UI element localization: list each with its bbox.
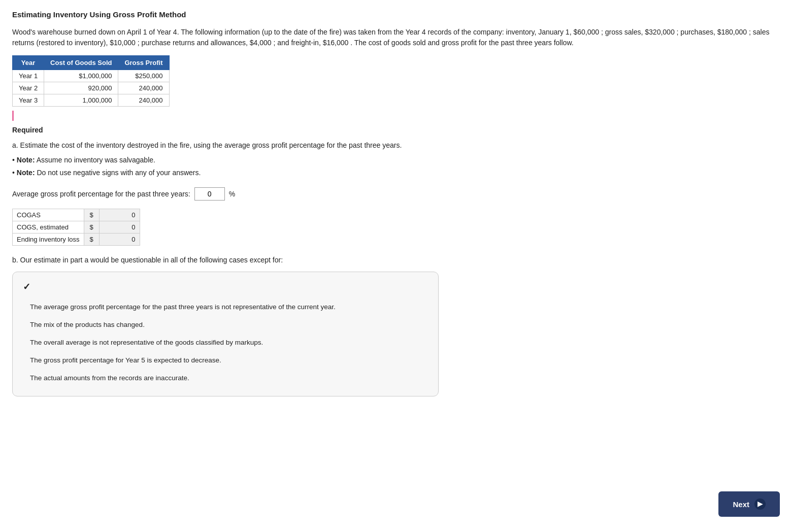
col-cogs: Cost of Goods Sold xyxy=(44,56,118,70)
calc-table: COGAS $ 0 COGS, estimated $ 0 Ending inv… xyxy=(12,209,140,246)
cogs-dollar: $ xyxy=(84,221,99,234)
table-row: Year 3 1,000,000 240,000 xyxy=(13,94,170,107)
note-2-label: Note: xyxy=(17,169,35,177)
answer-option-4[interactable]: The gross profit percentage for Year 5 i… xyxy=(23,352,426,370)
calc-row-cogs: COGS, estimated $ 0 xyxy=(13,221,140,234)
row2-gp: 240,000 xyxy=(118,82,169,94)
answer-option-1[interactable]: The average gross profit percentage for … xyxy=(23,298,426,316)
note-1: • Note: Assume no inventory was salvagab… xyxy=(12,155,778,165)
avg-gp-row: Average gross profit percentage for the … xyxy=(12,187,778,201)
avg-gp-unit: % xyxy=(229,190,235,198)
table-row: Year 1 $1,000,000 $250,000 xyxy=(13,70,170,82)
next-button[interactable]: Next ▶ xyxy=(718,491,780,517)
ending-inventory-dollar: $ xyxy=(84,234,99,246)
calc-row-ending-inventory: Ending inventory loss $ 0 xyxy=(13,234,140,246)
note-1-text: Assume no inventory was salvagable. xyxy=(37,156,155,164)
intro-text: Wood's warehouse burned down on April 1 … xyxy=(12,27,778,48)
row1-gp: $250,000 xyxy=(118,70,169,82)
avg-gp-input[interactable] xyxy=(194,187,225,201)
page-title: Estimating Inventory Using Gross Profit … xyxy=(12,10,778,19)
row3-cogs: 1,000,000 xyxy=(44,94,118,107)
part-b-question: b. Our estimate in part a would be quest… xyxy=(12,255,778,265)
part-a-question: a. Estimate the cost of the inventory de… xyxy=(12,140,778,151)
checkmark-icon: ✓ xyxy=(23,281,426,292)
ending-inventory-label: Ending inventory loss xyxy=(13,234,84,246)
note-2: • Note: Do not use negative signs with a… xyxy=(12,168,778,178)
note-1-label: Note: xyxy=(17,156,35,164)
row3-gp: 240,000 xyxy=(118,94,169,107)
col-gp: Gross Profit xyxy=(118,56,169,70)
data-table: Year Cost of Goods Sold Gross Profit Yea… xyxy=(12,55,170,107)
cogs-label: COGS, estimated xyxy=(13,221,84,234)
cogas-value[interactable]: 0 xyxy=(99,209,140,221)
next-button-label: Next xyxy=(733,500,749,509)
row1-year: Year 1 xyxy=(13,70,44,82)
note-2-text: Do not use negative signs with any of yo… xyxy=(37,169,201,177)
answer-card: ✓ The average gross profit percentage fo… xyxy=(12,272,439,396)
row2-cogs: 920,000 xyxy=(44,82,118,94)
row2-year: Year 2 xyxy=(13,82,44,94)
required-heading: Required xyxy=(12,126,778,134)
cogas-label: COGAS xyxy=(13,209,84,221)
ending-inventory-value[interactable]: 0 xyxy=(99,234,140,246)
next-arrow-icon: ▶ xyxy=(754,498,766,510)
table-row: Year 2 920,000 240,000 xyxy=(13,82,170,94)
answer-option-2[interactable]: The mix of the products has changed. xyxy=(23,316,426,334)
answer-option-5[interactable]: The actual amounts from the records are … xyxy=(23,370,426,387)
answer-option-3[interactable]: The overall average is not representativ… xyxy=(23,334,426,352)
col-year: Year xyxy=(13,56,44,70)
row3-year: Year 3 xyxy=(13,94,44,107)
cogas-dollar: $ xyxy=(84,209,99,221)
cogs-value[interactable]: 0 xyxy=(99,221,140,234)
pink-bar xyxy=(12,111,14,121)
avg-gp-label: Average gross profit percentage for the … xyxy=(12,190,190,198)
calc-row-cogas: COGAS $ 0 xyxy=(13,209,140,221)
row1-cogs: $1,000,000 xyxy=(44,70,118,82)
